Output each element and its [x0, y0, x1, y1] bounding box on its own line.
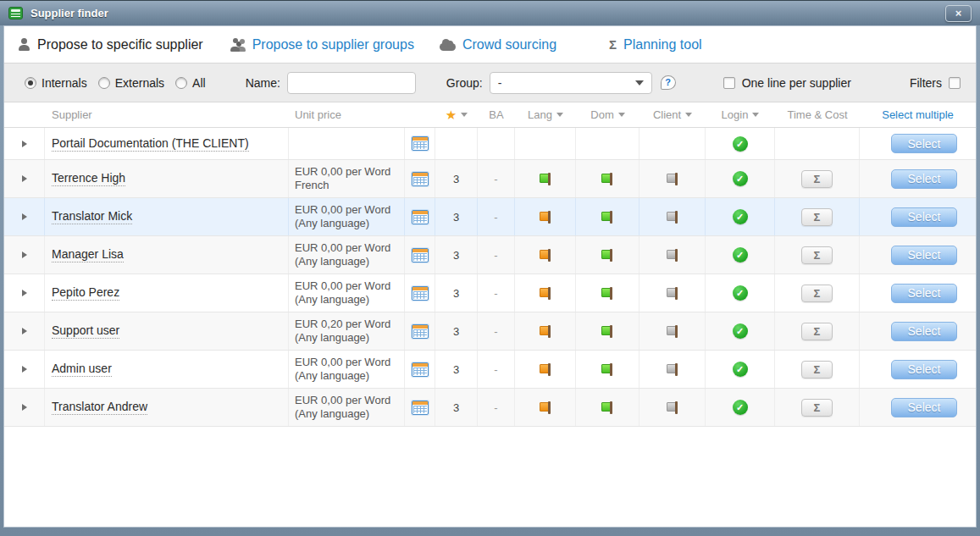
availability-calendar-icon[interactable]: [412, 286, 429, 301]
expand-row-icon[interactable]: [22, 366, 27, 373]
one-line-per-supplier-toggle[interactable]: One line per supplier: [723, 76, 851, 90]
supplier-name-link[interactable]: Admin user: [52, 362, 112, 377]
rating-value: 3: [453, 173, 459, 185]
dom-flag-icon: [600, 210, 615, 224]
col-header-rating[interactable]: ★: [435, 102, 478, 127]
sort-arrow-icon: [618, 113, 625, 117]
table-header: Supplier Unit price ★ BA Lang Dom Client…: [4, 102, 976, 128]
availability-calendar-icon[interactable]: [412, 362, 429, 377]
col-header-client[interactable]: Client: [639, 102, 706, 127]
time-cost-button[interactable]: Σ: [801, 246, 833, 264]
unit-price-line1: EUR 0,20 per Word: [295, 318, 390, 331]
col-header-calendar: [405, 102, 435, 127]
help-icon[interactable]: ?: [661, 75, 676, 90]
tab-crowd-sourcing[interactable]: Crowd sourcing: [440, 37, 556, 52]
tab-planning-tool[interactable]: Σ Planning tool: [609, 37, 702, 52]
col-header-supplier: Supplier: [45, 102, 289, 127]
radio-all[interactable]: All: [175, 76, 206, 90]
dom-flag-icon: [600, 401, 615, 415]
col-header-login[interactable]: Login: [706, 102, 775, 127]
time-cost-button[interactable]: Σ: [801, 361, 833, 379]
sort-arrow-icon: [685, 113, 692, 117]
lang-flag-icon: [538, 210, 553, 224]
expand-row-icon[interactable]: [22, 404, 27, 411]
availability-calendar-icon[interactable]: [412, 136, 429, 151]
select-button[interactable]: Select: [891, 134, 957, 153]
people-group-icon: [230, 38, 246, 52]
unit-price-line2: (Any language): [295, 369, 390, 383]
availability-calendar-icon[interactable]: [412, 172, 429, 186]
time-cost-button[interactable]: Σ: [801, 285, 833, 302]
availability-calendar-icon[interactable]: [412, 401, 429, 415]
radio-label: Internals: [42, 76, 87, 90]
supplier-name-link[interactable]: Terrence High: [52, 171, 125, 186]
supplier-name-link[interactable]: Translator Andrew: [52, 400, 147, 415]
select-button[interactable]: Select: [891, 322, 957, 341]
radio-internals[interactable]: Internals: [25, 76, 87, 90]
availability-calendar-icon[interactable]: [412, 248, 429, 262]
unit-price-cell: EUR 0,00 per Word French: [289, 160, 405, 197]
expand-row-icon[interactable]: [22, 290, 27, 296]
supplier-name-link[interactable]: Translator Mick: [52, 209, 132, 224]
select-multiple-link[interactable]: Select multiple: [882, 108, 954, 121]
availability-calendar-icon[interactable]: [412, 324, 429, 339]
expand-row-icon[interactable]: [22, 328, 27, 334]
group-dropdown[interactable]: -: [490, 72, 652, 94]
rating-value: 3: [453, 325, 459, 338]
supplier-name-link[interactable]: Portail Documentation (THE CLIENT): [52, 136, 249, 152]
time-cost-button[interactable]: Σ: [801, 323, 833, 340]
checkbox-label: One line per supplier: [742, 76, 851, 90]
dom-flag-icon: [600, 286, 615, 301]
select-button[interactable]: Select: [891, 207, 957, 227]
client-flag-icon: [665, 362, 680, 377]
unit-price-cell: EUR 0,20 per Word (Any language): [289, 312, 405, 350]
supplier-name-link[interactable]: Manager Lisa: [52, 247, 124, 262]
radio-label: All: [192, 76, 206, 90]
tab-label: Propose to specific supplier: [37, 37, 203, 52]
time-cost-button[interactable]: Σ: [801, 399, 833, 417]
tab-propose-specific-supplier[interactable]: Propose to specific supplier: [17, 37, 203, 52]
expand-row-icon[interactable]: [22, 213, 27, 220]
table-row: Manager Lisa EUR 0,00 per Word (Any lang…: [4, 236, 976, 274]
col-header-label: Dom: [590, 108, 613, 121]
supplier-name-link[interactable]: Support user: [52, 323, 119, 339]
radio-button-icon: [25, 77, 36, 89]
select-button[interactable]: Select: [891, 284, 957, 303]
dom-flag-icon: [600, 248, 615, 262]
tab-propose-supplier-groups[interactable]: Propose to supplier groups: [230, 37, 414, 52]
select-button[interactable]: Select: [891, 246, 957, 265]
select-button[interactable]: Select: [891, 169, 957, 189]
radio-externals[interactable]: Externals: [98, 76, 164, 90]
dom-flag-icon: [600, 324, 615, 339]
close-icon[interactable]: ×: [945, 5, 972, 22]
unit-price-cell: EUR 0,00 per Word (Any language): [289, 198, 405, 235]
expand-row-icon[interactable]: [22, 251, 27, 258]
radio-label: Externals: [115, 76, 164, 90]
availability-calendar-icon[interactable]: [412, 210, 429, 224]
tab-label: Crowd sourcing: [462, 37, 556, 52]
person-icon: [17, 38, 30, 51]
filters-toggle[interactable]: Filters: [910, 76, 961, 90]
unit-price-cell: [289, 128, 405, 159]
window-title: Supplier finder: [30, 7, 108, 19]
client-flag-icon: [665, 210, 680, 224]
supplier-name-link[interactable]: Pepito Perez: [52, 285, 119, 301]
col-header-label: Lang: [528, 108, 552, 121]
sort-arrow-icon: [556, 113, 563, 117]
lang-flag-icon: [538, 286, 553, 301]
expand-row-icon[interactable]: [22, 141, 27, 147]
col-header-time-cost: Time & Cost: [775, 102, 860, 127]
expand-row-icon[interactable]: [22, 175, 27, 182]
select-button[interactable]: Select: [891, 398, 957, 417]
dom-flag-icon: [600, 172, 615, 186]
col-header-dom[interactable]: Dom: [576, 102, 639, 127]
col-header-lang[interactable]: Lang: [515, 102, 576, 127]
name-input[interactable]: [287, 72, 416, 94]
checkbox-label: Filters: [910, 76, 942, 90]
ba-value: -: [494, 401, 497, 414]
time-cost-button[interactable]: Σ: [801, 170, 833, 188]
group-dropdown-value: -: [498, 76, 502, 90]
chevron-down-icon: [635, 80, 644, 86]
time-cost-button[interactable]: Σ: [801, 208, 833, 226]
select-button[interactable]: Select: [891, 360, 957, 379]
